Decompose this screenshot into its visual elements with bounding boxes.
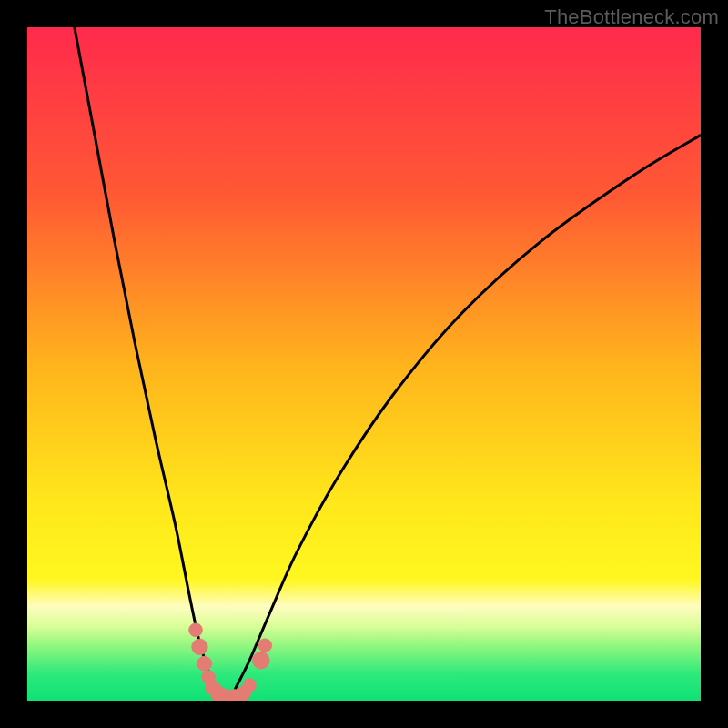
data-marker	[197, 656, 212, 671]
watermark-text: TheBottleneck.com	[544, 5, 719, 29]
data-marker	[252, 652, 269, 669]
data-marker	[189, 623, 203, 637]
data-marker	[192, 639, 207, 654]
chart-frame: TheBottleneck.com	[0, 0, 728, 728]
curve-layer	[27, 27, 701, 701]
plot-area	[27, 27, 701, 701]
data-marker	[258, 639, 272, 652]
data-marker	[243, 679, 257, 693]
bottleneck-curve	[75, 27, 701, 701]
